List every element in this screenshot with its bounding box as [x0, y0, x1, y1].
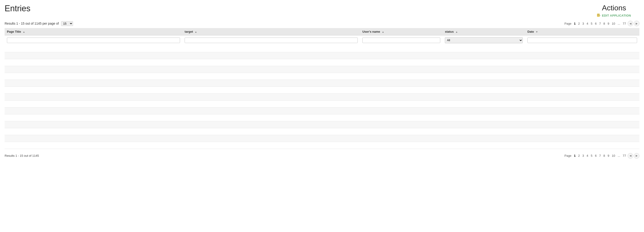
- bottom-page-1[interactable]: 1: [573, 154, 576, 158]
- top-page-8[interactable]: 8: [602, 22, 606, 25]
- table-row: [4, 121, 640, 128]
- bottom-page-8[interactable]: 8: [602, 154, 606, 158]
- top-page-4[interactable]: 4: [586, 22, 589, 25]
- page-wrapper: Entries Actions EDIT APPLICATION Res: [0, 0, 644, 232]
- cell-pagetitle: [4, 142, 182, 149]
- cell-target: [182, 73, 360, 80]
- filter-status-select[interactable]: All Active Inactive Pending: [445, 37, 523, 43]
- col-date-sort-icon: ▼: [536, 31, 538, 33]
- cell-date: [525, 128, 640, 135]
- edit-application-link[interactable]: EDIT APPLICATION: [597, 13, 631, 17]
- table-row: [4, 142, 640, 149]
- cell-username: [360, 114, 442, 121]
- cell-date: [525, 87, 640, 93]
- filter-pagetitle-cell: [4, 35, 182, 45]
- page-label: Page: [564, 22, 572, 25]
- cell-username: [360, 107, 442, 114]
- bottom-page-10[interactable]: 10: [611, 154, 616, 158]
- cell-status: [442, 100, 525, 107]
- cell-pagetitle: [4, 52, 182, 59]
- filter-target-cell: [182, 35, 360, 45]
- cell-username: [360, 128, 442, 135]
- cell-date: [525, 66, 640, 73]
- cell-status: [442, 107, 525, 114]
- cell-date: [525, 142, 640, 149]
- table-row: [4, 135, 640, 142]
- bottom-page-2[interactable]: 2: [577, 154, 580, 158]
- cell-date: [525, 135, 640, 142]
- top-page-2[interactable]: 2: [577, 22, 580, 25]
- bottom-page-9[interactable]: 9: [607, 154, 610, 158]
- col-pagetitle-label: Page Title: [7, 30, 21, 33]
- top-page-7[interactable]: 7: [598, 22, 602, 25]
- cell-status: [442, 59, 525, 66]
- per-page-select[interactable]: 10 15 25 50 100: [61, 21, 73, 26]
- table-row: [4, 93, 640, 100]
- top-page-77[interactable]: 77: [622, 22, 627, 25]
- top-page-3[interactable]: 3: [582, 22, 585, 25]
- cell-pagetitle: [4, 87, 182, 93]
- table-header-row: Page Title ▲ target ▲ User's name ▲ stat…: [4, 28, 640, 35]
- filter-date-input[interactable]: [527, 37, 637, 43]
- top-page-6[interactable]: 6: [594, 22, 598, 25]
- cell-date: [525, 52, 640, 59]
- bottom-prev-button[interactable]: ◀: [628, 153, 633, 159]
- cell-status: [442, 121, 525, 128]
- cell-status: [442, 93, 525, 100]
- cell-date: [525, 80, 640, 87]
- cell-pagetitle: [4, 107, 182, 114]
- bottom-page-nav: Page 1 2 3 4 5 6 7 8 9 10 ... 77 ◀ ▶: [564, 153, 640, 159]
- col-date-label: Date: [527, 30, 534, 33]
- top-prev-button[interactable]: ◀: [628, 21, 633, 26]
- cell-pagetitle: [4, 45, 182, 52]
- cell-username: [360, 93, 442, 100]
- bottom-page-5[interactable]: 5: [590, 154, 593, 158]
- top-next-button[interactable]: ▶: [634, 21, 640, 26]
- cell-status: [442, 52, 525, 59]
- cell-target: [182, 59, 360, 66]
- cell-pagetitle: [4, 73, 182, 80]
- top-page-1[interactable]: 1: [573, 22, 576, 25]
- cell-target: [182, 135, 360, 142]
- actions-title: Actions: [589, 4, 640, 12]
- bottom-page-7[interactable]: 7: [598, 154, 602, 158]
- col-header-username[interactable]: User's name ▲: [360, 28, 442, 35]
- bottom-page-ellipsis: ...: [617, 154, 621, 158]
- filter-pagetitle-input[interactable]: [7, 37, 180, 43]
- top-page-5[interactable]: 5: [590, 22, 593, 25]
- cell-target: [182, 52, 360, 59]
- cell-target: [182, 87, 360, 93]
- col-header-pagetitle[interactable]: Page Title ▲: [4, 28, 182, 35]
- cell-username: [360, 45, 442, 52]
- bottom-page-3[interactable]: 3: [582, 154, 585, 158]
- col-username-sort-icon: ▲: [382, 31, 384, 33]
- cell-pagetitle: [4, 80, 182, 87]
- bottom-next-button[interactable]: ▶: [634, 153, 640, 159]
- bottom-page-6[interactable]: 6: [594, 154, 598, 158]
- top-page-9[interactable]: 9: [607, 22, 610, 25]
- cell-pagetitle: [4, 59, 182, 66]
- col-header-status[interactable]: status ▲: [442, 28, 525, 35]
- top-page-10[interactable]: 10: [611, 22, 616, 25]
- col-header-date[interactable]: Date ▼: [525, 28, 640, 35]
- cell-target: [182, 80, 360, 87]
- table-row: [4, 114, 640, 121]
- top-pagination-row: Results 1 - 15 out of 1145 per page of 1…: [4, 21, 640, 26]
- filter-target-input[interactable]: [185, 37, 358, 43]
- cell-username: [360, 66, 442, 73]
- cell-target: [182, 128, 360, 135]
- actions-panel: Actions EDIT APPLICATION: [589, 4, 640, 18]
- filter-username-input[interactable]: [362, 37, 440, 43]
- edit-application-label: EDIT APPLICATION: [602, 14, 631, 17]
- filter-status-cell: All Active Inactive Pending: [442, 35, 525, 45]
- bottom-page-4[interactable]: 4: [586, 154, 589, 158]
- cell-pagetitle: [4, 114, 182, 121]
- bottom-page-77[interactable]: 77: [622, 154, 627, 158]
- cell-pagetitle: [4, 93, 182, 100]
- cell-date: [525, 45, 640, 52]
- col-header-target[interactable]: target ▲: [182, 28, 360, 35]
- cell-status: [442, 114, 525, 121]
- cell-username: [360, 87, 442, 93]
- cell-target: [182, 142, 360, 149]
- cell-status: [442, 66, 525, 73]
